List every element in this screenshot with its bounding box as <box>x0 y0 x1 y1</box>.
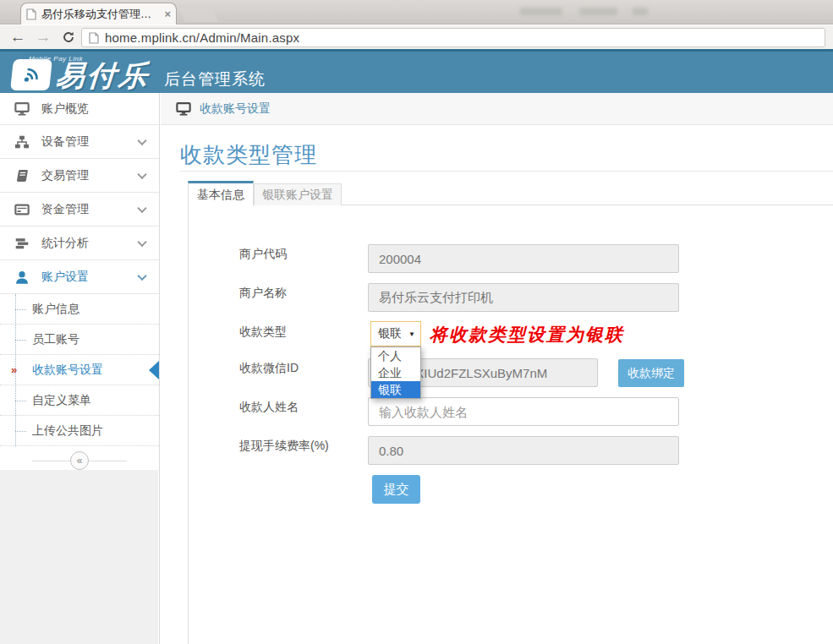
chevron-down-icon <box>137 135 146 145</box>
dropdown-option-personal[interactable]: 个人 <box>371 347 420 364</box>
titlebar-smudge <box>520 8 562 15</box>
merchant-name-label: 商户名称 <box>239 286 287 301</box>
dropdown-option-enterprise[interactable]: 企业 <box>371 364 420 381</box>
submenu-tick <box>15 340 26 341</box>
submenu-item-custom-menu[interactable]: 自定义菜单 <box>0 385 159 416</box>
sidebar-item-device-management[interactable]: 设备管理 <box>0 125 159 159</box>
page-title: 收款类型管理 <box>180 140 317 170</box>
submenu-item-account-info[interactable]: 账户信息 <box>0 294 159 325</box>
annotation-text: 将收款类型设置为银联 <box>430 323 624 347</box>
submenu-tick <box>15 401 26 401</box>
account-settings-submenu: 账户信息 员工账号 » 收款账号设置 自定义菜单 上传公共图片 <box>0 294 159 446</box>
submenu-tick <box>15 309 26 310</box>
forward-icon: → <box>32 25 54 49</box>
sidebar-collapse-button[interactable]: « <box>70 451 89 470</box>
submenu-item-label: 上传公共图片 <box>32 423 103 439</box>
sidebar-footer <box>0 470 158 644</box>
sidebar-collapse-row: « <box>0 450 159 472</box>
pay-type-select[interactable]: 银联 ▼ <box>370 321 421 347</box>
chevron-down-icon <box>137 270 146 280</box>
sidebar-item-label: 设备管理 <box>41 134 89 150</box>
url-text: home.mplink.cn/Admin/Main.aspx <box>105 30 299 45</box>
browser-tab[interactable]: 易付乐移动支付管理系统 × <box>20 3 177 25</box>
sidebar-item-label: 账户概览 <box>41 101 89 117</box>
browser-tabstrip: 易付乐移动支付管理系统 × <box>0 0 833 25</box>
chevron-down-icon <box>137 203 146 212</box>
payment-bind-button[interactable]: 收款绑定 <box>618 359 684 387</box>
submenu-item-label: 收款账号设置 <box>32 363 103 378</box>
submenu-item-label: 账户信息 <box>32 302 79 317</box>
brand-name: 易付乐 <box>54 57 151 96</box>
submenu-item-label: 自定义菜单 <box>32 393 91 408</box>
page-favicon-icon <box>26 8 36 20</box>
tab-close-icon[interactable]: × <box>164 8 171 20</box>
sidebar-item-statistics[interactable]: 统计分析 <box>0 226 159 260</box>
user-icon <box>14 270 31 284</box>
submenu-tick <box>15 431 26 432</box>
brand-suffix: 后台管理系统 <box>164 68 266 90</box>
brand-logo <box>10 59 52 90</box>
chevron-down-icon <box>137 169 146 178</box>
fee-rate-label: 提现手续费率(%) <box>239 439 329 454</box>
wechat-id-label: 收款微信ID <box>239 361 299 376</box>
breadcrumb-label[interactable]: 收款账号设置 <box>200 101 271 117</box>
submenu-item-payment-account-settings[interactable]: » 收款账号设置 <box>0 355 159 385</box>
titlebar-smudge <box>579 8 617 15</box>
divider <box>180 171 833 172</box>
submenu-item-employee-accounts[interactable]: 员工账号 <box>0 325 159 355</box>
merchant-name-field[interactable] <box>368 283 679 312</box>
tab-unionpay-account-settings[interactable]: 银联账户设置 <box>254 183 342 205</box>
screen: 易付乐移动支付管理系统 × ← → home.mplink.cn/Admin/M… <box>0 0 833 644</box>
url-bar[interactable]: home.mplink.cn/Admin/Main.aspx <box>81 28 825 47</box>
submenu-item-label: 员工账号 <box>32 332 79 347</box>
select-arrow-icon: ▼ <box>408 330 415 338</box>
payee-name-label: 收款人姓名 <box>239 400 299 415</box>
new-tab-button[interactable] <box>177 5 218 22</box>
active-arrow-icon <box>149 361 159 379</box>
sidebar-item-funds-management[interactable]: 资金管理 <box>0 193 159 226</box>
pay-type-label: 收款类型 <box>239 325 287 340</box>
browser-tab-title: 易付乐移动支付管理系统 <box>41 7 156 22</box>
card-icon <box>14 203 31 216</box>
submit-button[interactable]: 提交 <box>372 475 420 504</box>
pay-type-selected-value: 银联 <box>378 326 402 341</box>
sidebar-item-label: 统计分析 <box>41 236 89 251</box>
breadcrumb: 收款账号设置 <box>161 93 833 125</box>
main-content: 收款账号设置 收款类型管理 基本信息 银联账户设置 商户代码 商户名称 收款类型… <box>161 93 833 644</box>
sidebar-item-label: 账户设置 <box>41 270 89 285</box>
sidebar-item-label: 交易管理 <box>41 168 89 183</box>
submenu-item-upload-public-images[interactable]: 上传公共图片 <box>0 416 159 446</box>
stats-icon <box>14 237 31 250</box>
active-marker-icon: » <box>11 363 17 375</box>
monitor-icon <box>14 102 31 116</box>
back-icon[interactable]: ← <box>7 25 29 49</box>
payee-name-field[interactable] <box>368 397 679 426</box>
merchant-code-label: 商户代码 <box>239 247 287 262</box>
broadcast-icon <box>19 65 44 85</box>
tab-panel-border <box>188 182 189 644</box>
refresh-icon[interactable] <box>58 25 79 49</box>
sidebar-item-transaction-management[interactable]: 交易管理 <box>0 159 159 193</box>
sidebar: 账户概览 设备管理 交易管理 资金管理 统计分 <box>0 93 160 644</box>
sidebar-item-account-overview[interactable]: 账户概览 <box>0 93 159 125</box>
sidebar-item-label: 资金管理 <box>41 202 89 217</box>
fee-rate-field[interactable] <box>368 436 679 465</box>
sidebar-item-account-settings[interactable]: 账户设置 <box>0 260 159 294</box>
tab-basic-info[interactable]: 基本信息 <box>188 181 254 206</box>
devices-icon <box>14 135 31 149</box>
url-page-icon <box>89 32 99 44</box>
dropdown-option-unionpay[interactable]: 银联 <box>371 381 420 398</box>
merchant-code-field[interactable] <box>368 244 679 273</box>
monitor-icon <box>176 102 191 116</box>
book-icon <box>14 169 31 183</box>
pay-type-dropdown: 个人 企业 银联 <box>370 347 421 399</box>
browser-toolbar: ← → home.mplink.cn/Admin/Main.aspx <box>0 25 833 49</box>
app-header: Mobile Pay Link 易付乐 后台管理系统 <box>0 49 833 93</box>
titlebar-smudge <box>633 8 648 15</box>
chevron-down-icon <box>137 237 146 246</box>
